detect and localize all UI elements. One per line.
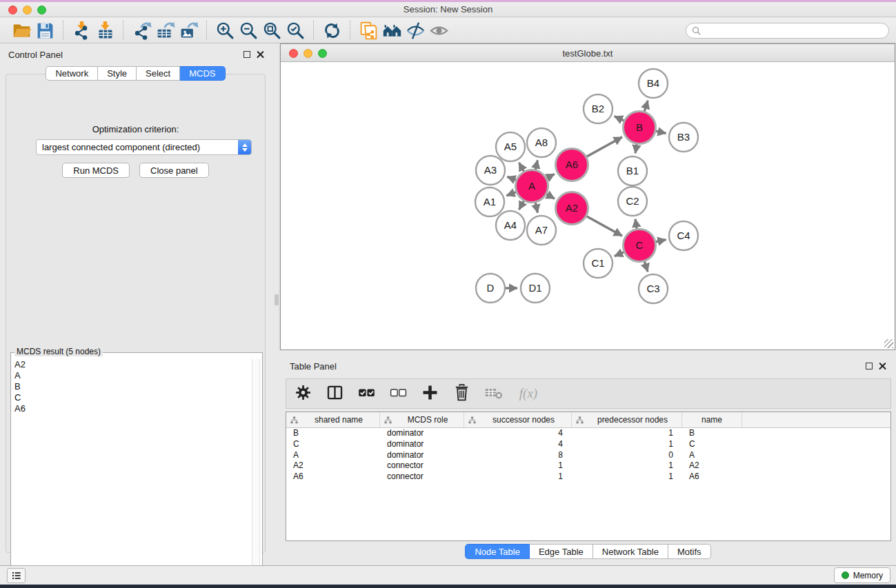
graph-edge-A-A6[interactable] xyxy=(547,174,555,178)
graph-node-B2[interactable]: B2 xyxy=(584,94,613,123)
graph-node-D1[interactable]: D1 xyxy=(521,274,550,303)
mcds-result-item[interactable]: A6 xyxy=(12,403,254,414)
table-cell[interactable]: A2 xyxy=(682,460,742,472)
graph-node-B4[interactable]: B4 xyxy=(639,69,668,98)
network-canvas[interactable]: B4B2BB3A5A8A6B1A3AA1C2A2A4A7C4CC1C3DD1 xyxy=(281,62,895,349)
graph-node-A5[interactable]: A5 xyxy=(496,132,525,161)
export-table-button[interactable] xyxy=(153,19,177,41)
apply-layout-button[interactable] xyxy=(320,19,344,41)
table-cell[interactable]: 1 xyxy=(572,460,682,472)
table-cell[interactable]: B xyxy=(286,428,380,439)
graph-edge-C-C4[interactable] xyxy=(656,240,666,242)
result-scrollbar[interactable] xyxy=(252,359,260,585)
mcds-result-item[interactable]: C xyxy=(12,392,254,403)
graph-node-A7[interactable]: A7 xyxy=(527,216,556,245)
close-panel-icon[interactable] xyxy=(257,50,264,58)
graph-node-A2[interactable]: A2 xyxy=(556,192,588,225)
graph-edge-A-A8[interactable] xyxy=(535,160,537,170)
graph-edge-A-A2[interactable] xyxy=(546,194,555,199)
column-visibility-button[interactable] xyxy=(325,384,344,403)
table-row[interactable]: Adominator80A xyxy=(286,450,890,461)
tab-network-table[interactable]: Network Table xyxy=(593,544,668,559)
export-network-button[interactable] xyxy=(130,19,153,41)
tab-edge-table[interactable]: Edge Table xyxy=(530,544,593,559)
zoom-fit-button[interactable] xyxy=(260,19,283,41)
table-cell[interactable]: A2 xyxy=(286,460,380,472)
task-history-button[interactable] xyxy=(7,568,26,583)
show-hide-panels-button[interactable] xyxy=(427,19,450,41)
graph-edge-A-A1[interactable] xyxy=(506,192,516,196)
table-cell[interactable]: 1 xyxy=(464,460,572,472)
table-close-panel-icon[interactable] xyxy=(879,362,886,369)
graph-node-A[interactable]: A xyxy=(516,170,548,203)
search-field[interactable] xyxy=(686,23,889,39)
column-header-name[interactable]: name xyxy=(682,412,742,427)
zoom-in-button[interactable] xyxy=(213,19,237,41)
graph-node-A4[interactable]: A4 xyxy=(496,211,525,240)
table-row[interactable]: Cdominator41C xyxy=(286,439,890,450)
graph-node-B[interactable]: B xyxy=(624,112,656,144)
graph-node-A1[interactable]: A1 xyxy=(475,187,504,216)
memory-button[interactable]: Memory xyxy=(834,567,890,583)
import-table-button[interactable] xyxy=(93,19,117,41)
table-cell[interactable]: B xyxy=(682,428,742,439)
open-session-button[interactable] xyxy=(10,19,33,41)
graph-node-D[interactable]: D xyxy=(476,274,505,303)
table-cell[interactable]: 1 xyxy=(572,439,682,450)
tab-select[interactable]: Select xyxy=(137,66,180,81)
tab-mcds[interactable]: MCDS xyxy=(180,66,225,81)
graph-edge-C-C3[interactable] xyxy=(644,261,648,272)
new-network-from-selection-button[interactable] xyxy=(357,19,380,41)
table-row[interactable]: A2connector11A2 xyxy=(286,460,890,472)
zoom-out-button[interactable] xyxy=(237,19,260,41)
run-mcds-button[interactable]: Run MCDS xyxy=(62,163,130,178)
table-cell[interactable]: dominator xyxy=(380,439,464,450)
import-network-button[interactable] xyxy=(70,19,93,41)
graph-edge-A2-C[interactable] xyxy=(586,216,622,236)
graph-node-C4[interactable]: C4 xyxy=(669,221,698,250)
column-header-MCDS-role[interactable]: MCDS role xyxy=(380,412,464,427)
graph-edge-B-B3[interactable] xyxy=(656,131,666,133)
table-cell[interactable]: C xyxy=(682,439,742,450)
table-cell[interactable]: C xyxy=(286,439,380,450)
graph-node-C3[interactable]: C3 xyxy=(639,274,668,303)
table-cell[interactable]: dominator xyxy=(380,450,464,461)
tab-node-table[interactable]: Node Table xyxy=(465,544,530,559)
graph-edge-C-C2[interactable] xyxy=(635,219,637,229)
tab-style[interactable]: Style xyxy=(98,66,137,81)
delete-column-button[interactable] xyxy=(452,384,471,403)
table-cell[interactable]: 1 xyxy=(572,472,682,483)
graph-edge-B-B2[interactable] xyxy=(615,116,624,121)
column-header-shared-name[interactable]: shared name xyxy=(286,412,380,427)
tab-network[interactable]: Network xyxy=(46,66,98,81)
save-session-button[interactable] xyxy=(33,19,57,41)
table-cell[interactable]: dominator xyxy=(380,428,464,439)
select-all-button[interactable] xyxy=(357,384,376,403)
table-cell[interactable]: 0 xyxy=(572,450,682,461)
table-cell[interactable]: 4 xyxy=(464,428,572,439)
window-resize-grip[interactable] xyxy=(884,339,893,348)
graph-edge-A-A3[interactable] xyxy=(507,176,516,180)
graph-edge-B-B4[interactable] xyxy=(644,101,648,112)
graph-node-C[interactable]: C xyxy=(624,230,656,262)
float-panel-icon[interactable] xyxy=(243,51,250,58)
table-float-panel-icon[interactable] xyxy=(866,363,873,369)
graph-node-A6[interactable]: A6 xyxy=(556,149,588,181)
graph-edge-A6-B[interactable] xyxy=(586,137,622,156)
hide-graphics-details-button[interactable] xyxy=(404,19,427,41)
network-window-titlebar[interactable]: testGlobe.txt xyxy=(281,44,895,62)
table-cell[interactable]: 4 xyxy=(464,439,572,450)
vertical-splitter-handle[interactable] xyxy=(275,294,279,305)
graph-edge-A-A5[interactable] xyxy=(519,163,524,172)
table-cell[interactable]: 1 xyxy=(572,428,682,439)
table-cell[interactable]: A xyxy=(286,450,380,461)
table-settings-button[interactable] xyxy=(293,384,312,403)
mcds-result-item[interactable]: A xyxy=(12,370,254,381)
export-image-button[interactable] xyxy=(177,19,200,41)
tab-motifs[interactable]: Motifs xyxy=(668,544,711,559)
close-panel-button[interactable]: Close panel xyxy=(139,163,209,178)
optimization-criterion-dropdown[interactable]: largest connected component (directed) xyxy=(36,139,252,155)
graph-edge-B-B1[interactable] xyxy=(635,144,637,153)
mcds-result-item[interactable]: B xyxy=(12,381,254,392)
graph-edge-A-A7[interactable] xyxy=(535,203,537,213)
